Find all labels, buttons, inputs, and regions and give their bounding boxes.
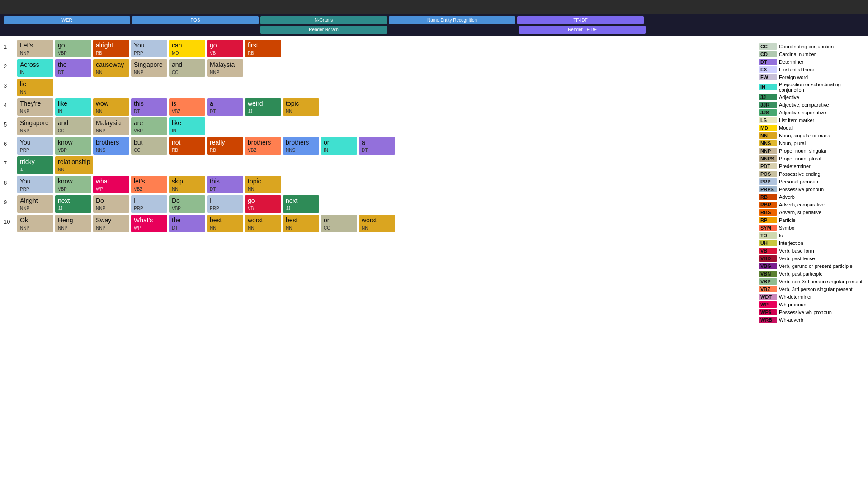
token-word: They're [20, 100, 51, 107]
wer-button[interactable]: WER [4, 16, 130, 24]
render-tfidf-button[interactable]: Render TFIDF [519, 26, 646, 34]
token-cell: theDT [55, 59, 91, 77]
row-number: 4 [4, 98, 17, 108]
tag-description: List item marker [777, 117, 864, 123]
token-tag: IN [324, 148, 354, 153]
token-word: I [134, 197, 165, 204]
tag-label: IN [759, 84, 777, 90]
token-cell: IPRP [207, 195, 243, 213]
token-word: the [58, 61, 89, 68]
close-button[interactable] [855, 2, 864, 11]
token-tag: VB [210, 51, 241, 56]
tag-description: Preposition or subordinating conjunction [777, 82, 864, 93]
token-cell: MalaysiaNNP [93, 117, 129, 135]
tag-label: RB [759, 194, 777, 200]
tag-label: PRP$ [759, 186, 777, 192]
tag-description: Adverb, superlative [777, 210, 864, 215]
token-tag: VBZ [172, 109, 203, 114]
tag-row: UHInterjection [757, 239, 866, 247]
token-tag: JJ [286, 206, 316, 211]
tag-label: JJ [759, 94, 777, 100]
tag-label: EX [759, 66, 777, 73]
token-tag: DT [362, 148, 392, 153]
tag-description: Possessive pronoun [777, 187, 864, 192]
render-ngram-button[interactable]: Render Ngram [260, 26, 387, 34]
tag-row: RPParticle [757, 216, 866, 224]
token-word: but [134, 139, 165, 146]
tokens-container: They'reNNPlikeINwowNNthisDTisVBZaDTweird… [17, 98, 319, 116]
tag-label: RP [759, 217, 777, 223]
token-word: go [248, 197, 278, 204]
token-tag: RB [248, 51, 278, 56]
tokens-container: OkNNPHengNNPSwayNNPWhat'sWPtheDTbestNNwo… [17, 215, 395, 232]
token-word: can [172, 42, 203, 49]
main-container: 1Let'sNNPgoVBPalrightRBYouPRPcanMDgoVBfi… [0, 36, 868, 488]
token-cell: wowNN [93, 98, 129, 116]
tag-description: Predeterminer [777, 164, 864, 169]
tag-row: JJAdjective [757, 94, 866, 101]
restore-button[interactable] [844, 2, 854, 11]
token-word: know [58, 178, 89, 185]
tag-row: JJRAdjective, comparative [757, 101, 866, 108]
pos-row: 5SingaporeNNPandCCMalaysiaNNPareVBPlikeI… [4, 117, 751, 135]
token-word: Do [172, 197, 203, 204]
token-word: next [286, 197, 316, 204]
token-cell: lieNN [17, 79, 53, 96]
token-word: Sway [96, 216, 127, 224]
name-entity-recognition-button[interactable]: Name Entity Recognition [389, 16, 515, 24]
token-cell: bestNN [283, 215, 319, 232]
tag-description: Adjective, comparative [777, 102, 864, 108]
token-tag: NNP [20, 225, 51, 230]
token-word: are [134, 119, 165, 127]
pos-button[interactable]: POS [132, 16, 259, 24]
tag-label: NNS [759, 140, 777, 146]
token-cell: goVBP [55, 40, 91, 57]
token-cell: YouPRP [17, 137, 53, 155]
token-cell: What'sWP [131, 215, 167, 232]
token-word: You [20, 139, 51, 146]
row-number: 9 [4, 195, 17, 206]
tag-label: LS [759, 117, 777, 123]
token-tag: NN [96, 109, 127, 114]
tag-row: FWForeign word [757, 74, 866, 81]
tag-row: WDTWh-determiner [757, 293, 866, 300]
tag-row: NNPProper noun, singular [757, 147, 866, 155]
tag-label: WP$ [759, 309, 777, 315]
token-cell: YouPRP [17, 176, 53, 193]
token-cell: likeIN [169, 117, 205, 135]
token-cell: nextJJ [55, 195, 91, 213]
token-cell: whatWP [93, 176, 129, 193]
token-cell: HengNNP [55, 215, 91, 232]
token-word: a [362, 139, 392, 146]
token-tag: NNP [134, 70, 165, 75]
token-cell: SingaporeNNP [17, 117, 53, 135]
token-cell: goVB [207, 40, 243, 57]
token-cell: thisDT [207, 176, 243, 193]
tag-row: INPreposition or subordinating conjuncti… [757, 81, 866, 93]
n-grams-button[interactable]: N-Grams [260, 16, 387, 24]
tf-idf-button[interactable]: TF-IDF [517, 16, 644, 24]
tokens-container: lieNN [17, 79, 53, 96]
token-tag: WP [96, 187, 127, 192]
token-tag: NNS [286, 148, 316, 153]
row-number: 8 [4, 176, 17, 186]
token-tag: DT [58, 70, 89, 75]
token-tag: NN [172, 187, 203, 192]
minimize-button[interactable] [834, 2, 843, 11]
token-word: best [286, 216, 316, 224]
row-number: 7 [4, 156, 17, 167]
token-tag: VBP [172, 206, 203, 211]
tag-row: NNSNoun, plural [757, 140, 866, 147]
token-cell: They'reNNP [17, 98, 53, 116]
tag-row: RBRAdverb, comparative [757, 201, 866, 208]
tag-label: VBN [759, 271, 777, 277]
token-cell: nextJJ [283, 195, 319, 213]
tag-label: PDT [759, 163, 777, 169]
pos-row: 2AcrossINtheDTcausewayNNSingaporeNNPandC… [4, 59, 751, 77]
token-word: Let's [20, 42, 51, 49]
token-word: brothers [286, 139, 316, 146]
token-cell: SingaporeNNP [131, 59, 167, 77]
tag-description: Noun, singular or mass [777, 133, 864, 138]
toolbar-rows: WERPOSN-GramsName Entity RecognitionTF-I… [4, 16, 864, 34]
token-cell: skipNN [169, 176, 205, 193]
